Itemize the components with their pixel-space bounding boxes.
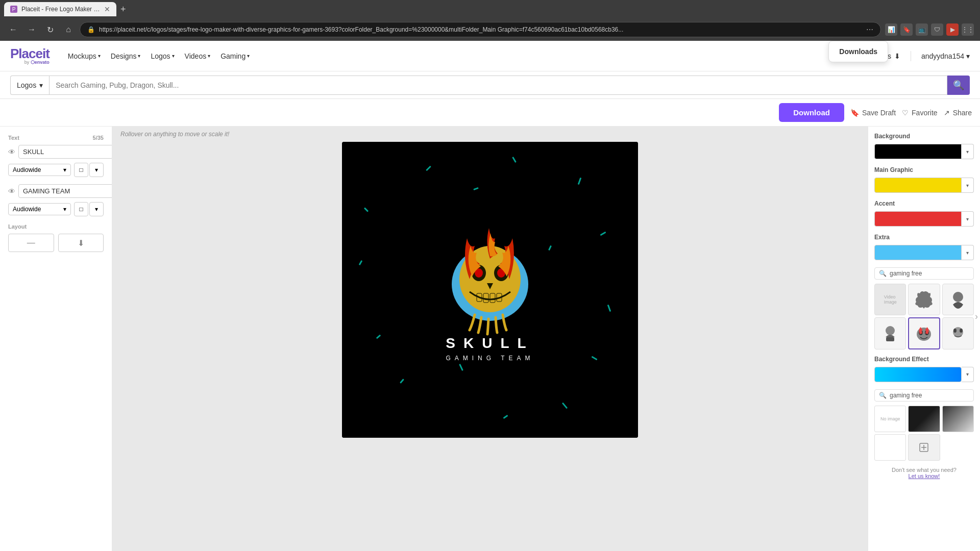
graphic-thumb-5[interactable] [908,317,940,349]
style-btn-down[interactable]: ▾ [89,163,104,177]
help-link[interactable]: Let us know! [874,473,974,479]
bg-effect-label: Background Effect [874,356,974,363]
forward-button[interactable]: → [24,22,39,37]
nav-videos[interactable]: Videos ▾ [185,52,211,60]
download-icon: ⬇ [894,52,900,60]
graphic-thumb-3[interactable] [942,284,974,315]
share-label: Share [953,109,972,117]
nav-designs[interactable]: Designs ▾ [111,52,141,60]
layout-btn-download[interactable]: ⬇ [58,234,104,252]
graphic-thumb-1[interactable]: VideoImage [874,284,906,315]
download-button[interactable]: Download [779,103,844,122]
favorite-button[interactable]: ♡ Favorite [902,109,938,117]
graphic-search-input[interactable] [890,270,969,277]
accent-color-caret[interactable]: ▾ [962,211,974,227]
main-graphic-label: Main Graphic [874,166,974,173]
nav-caret: ▾ [247,53,250,59]
ext-icon-red[interactable]: ▶ [946,23,959,36]
main-graphic-section: Main Graphic ▾ [874,166,974,193]
background-color-caret[interactable]: ▾ [962,144,974,159]
main-graphic-color-swatch[interactable] [874,178,962,193]
address-bar[interactable]: 🔒 https://placeit.net/c/logos/stages/fre… [80,22,881,37]
share-button[interactable]: ↗ Share [944,109,972,117]
logo-text: Placeit [10,47,50,60]
accent-label: Accent [874,200,974,207]
address-bar-row: ← → ↻ ⌂ 🔒 https://placeit.net/c/logos/st… [0,18,980,41]
search-category-label: Logos [17,81,36,89]
browser-tab[interactable]: P Placeit - Free Logo Maker with... ✕ [4,2,116,16]
ext-icon-2[interactable]: 🔖 [900,23,913,36]
layout-label: Layout [8,223,104,230]
text-input-row-1: 👁 [8,145,104,159]
style-btn-group-1: □ ▾ [74,163,104,177]
user-menu[interactable]: andyydna154 ▾ [921,52,970,60]
eye-toggle-1[interactable]: 👁 [8,148,15,156]
nav-mockups[interactable]: Mockups ▾ [68,52,101,60]
graphic-grid-scroll-arrow[interactable]: › [975,311,978,322]
accent-color-swatch[interactable] [874,211,962,227]
graphic-thumb-6[interactable] [942,317,974,349]
ext-icon-3[interactable]: 📺 [916,23,928,36]
search-category-select[interactable]: Logos ▾ [10,76,49,95]
palette-cell-1[interactable]: No image [874,406,906,432]
graphic-thumb-4[interactable] [874,317,906,349]
font-select-1[interactable]: Audiowide ▾ [8,164,71,176]
main-graphic-color-caret[interactable]: ▾ [962,178,974,193]
eye-toggle-2[interactable]: 👁 [8,187,15,195]
app-container: Placeit by ⬡envato Mockups ▾ Designs ▾ L… [0,41,980,551]
canvas-wrap: SKULL GAMING TEAM [112,142,868,551]
share-icon: ↗ [944,109,950,117]
style-btn-square[interactable]: □ [74,163,88,177]
refresh-button[interactable]: ↻ [43,22,57,37]
back-button[interactable]: ← [6,22,20,37]
nav-caret: ▾ [208,53,210,59]
canvas-image[interactable]: SKULL GAMING TEAM [342,142,638,438]
palette-cell-4[interactable] [874,434,906,461]
ext-icon-grid[interactable]: ⋮⋮ [962,23,974,36]
search-icon: 🔍 [953,80,964,91]
extra-color-caret[interactable]: ▾ [962,245,974,260]
search-input-wrap [49,76,947,95]
save-draft-button[interactable]: 🔖 Save Draft [850,109,896,117]
ext-icon-1[interactable]: 📊 [885,23,897,36]
color-palette-grid: No image [874,406,974,461]
svg-rect-8 [490,293,495,303]
username-label: andyydna154 [921,52,964,60]
style-btn-down-2[interactable]: ▾ [89,202,104,216]
background-color-swatch[interactable] [874,144,962,159]
url-text: https://placeit.net/c/logos/stages/free-… [99,26,862,33]
tab-close-button[interactable]: ✕ [104,5,110,13]
bg-effect-search-icon: 🔍 [879,392,887,399]
bg-effect-caret[interactable]: ▾ [962,367,974,382]
favorite-label: Favorite [912,109,938,117]
logo[interactable]: Placeit by ⬡envato [10,47,50,65]
nav-gaming[interactable]: Gaming ▾ [220,52,250,60]
browser-chrome: P Placeit - Free Logo Maker with... ✕ + … [0,0,980,41]
text-field-2[interactable] [18,184,112,198]
downloads-panel: Downloads [828,41,888,62]
svg-rect-12 [886,337,894,341]
tab-favicon: P [10,6,17,13]
palette-cell-2[interactable] [908,406,940,432]
bookmark-icon[interactable]: ⋯ [866,26,873,34]
new-tab-button[interactable]: + [118,4,128,15]
bg-effect-search-input[interactable] [890,392,969,399]
layout-btn-horizontal[interactable]: — [8,234,54,252]
graphic-thumb-2[interactable] [908,284,940,315]
home-button[interactable]: ⌂ [61,22,76,37]
bg-effect-search: 🔍 [874,389,974,402]
search-input[interactable] [56,81,941,89]
palette-cell-3[interactable] [942,406,974,432]
bg-effect-section: Background Effect ▾ [874,356,974,382]
search-button[interactable]: 🔍 [947,76,970,95]
palette-cell-5[interactable] [908,434,940,461]
nav-caret: ▾ [138,53,140,59]
char-count: 5/35 [93,135,104,141]
extra-color-swatch[interactable] [874,245,962,260]
bg-effect-swatch[interactable] [874,367,962,382]
font-select-2[interactable]: Audiowide ▾ [8,203,71,215]
style-btn-square-2[interactable]: □ [74,202,88,216]
ext-icon-shield[interactable]: 🛡 [931,23,943,36]
nav-logos[interactable]: Logos ▾ [151,52,174,60]
text-field-1[interactable] [18,145,112,159]
